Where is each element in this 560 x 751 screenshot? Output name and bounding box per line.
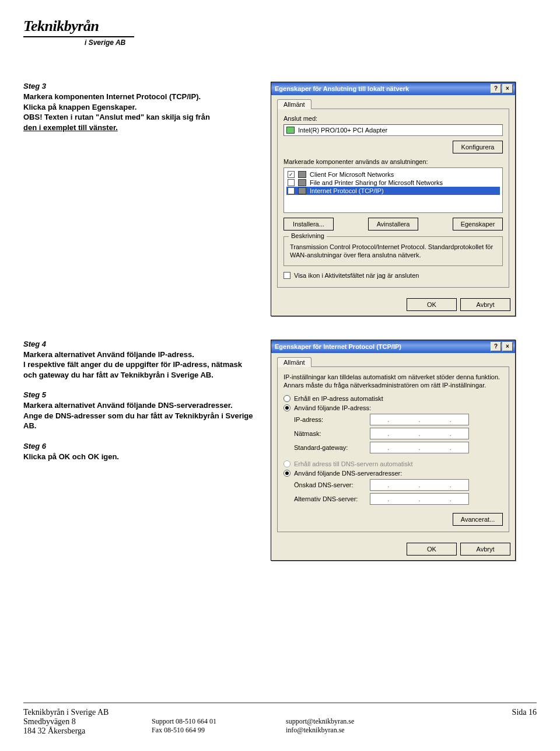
footer-page-number: Sida 16 — [420, 708, 537, 717]
description-groupbox: Beskrivning Transmission Control Protoco… — [284, 236, 503, 266]
step-3-line4: den i exemplet till vänster. — [23, 123, 257, 133]
footer-addr2: 184 32 Åkersberga — [23, 726, 152, 736]
radio-manual-ip-label: Använd följande IP-adress: — [294, 404, 371, 411]
step-6-title: Steg 6 — [23, 442, 257, 450]
list-item-label: Internet Protocol (TCP/IP) — [310, 187, 384, 194]
dialog2-title: Egenskaper för Internet Protocol (TCP/IP… — [275, 343, 401, 350]
step-5-line1: Markera alternativet Använd följande DNS… — [23, 400, 257, 411]
step-3-title: Steg 3 — [23, 82, 257, 90]
gateway-field[interactable]: ... — [370, 442, 469, 453]
tcpip-intro: IP-inställningar kan tilldelas automatis… — [284, 373, 503, 390]
step-3-line3: OBS! Texten i rutan "Anslut med" kan ski… — [23, 112, 257, 123]
service-icon — [298, 179, 306, 186]
cancel-button[interactable]: Avbryt — [460, 543, 510, 556]
cancel-button[interactable]: Avbryt — [460, 298, 510, 311]
gateway-label: Standard-gateway: — [294, 444, 370, 451]
uninstall-button[interactable]: Avinstallera — [368, 218, 418, 230]
step-3-line2: Klicka på knappen Egenskaper. — [23, 102, 257, 113]
footer-email2: info@teknikbyran.se — [286, 726, 420, 735]
list-item-label: File and Printer Sharing for Microsoft N… — [310, 179, 443, 186]
connect-with-label: Anslut med: — [284, 115, 503, 122]
lan-properties-dialog: Egenskaper för Anslutning till lokalt nä… — [271, 82, 516, 316]
list-item-label: Client For Microsoft Networks — [310, 171, 394, 178]
footer-fax: Fax 08-510 664 99 — [152, 726, 286, 735]
tab-general[interactable]: Allmänt — [277, 99, 312, 109]
step-4-line1: Markera alternativet Använd följande IP-… — [23, 350, 257, 360]
footer-company: Teknikbyrån i Sverige AB — [23, 708, 152, 717]
dialog1-titlebar[interactable]: Egenskaper för Anslutning till lokalt nä… — [271, 82, 515, 95]
footer-support: Support 08-510 664 01 — [152, 717, 286, 726]
logo-subtext: i Sverige AB — [23, 39, 537, 47]
service-icon — [298, 187, 306, 194]
checkbox-icon[interactable]: ✓ — [288, 171, 295, 178]
step-5: Steg 5 Markera alternativet Använd följa… — [23, 390, 257, 431]
description-title: Beskrivning — [289, 232, 327, 239]
radio-manual-dns-label: Använd följande DNS-serveradresser: — [294, 470, 402, 477]
show-icon-checkbox[interactable] — [284, 272, 290, 279]
tab-general[interactable]: Allmänt — [277, 357, 312, 367]
radio-manual-dns[interactable] — [284, 470, 290, 477]
install-button[interactable]: Installera... — [284, 218, 334, 230]
logo-text: Teknikbyrån — [23, 18, 537, 35]
help-button[interactable]: ? — [491, 342, 501, 351]
step-5-title: Steg 5 — [23, 390, 257, 399]
logo-divider — [23, 36, 134, 37]
footer-divider — [23, 703, 537, 703]
netmask-label: Nätmask: — [294, 430, 370, 437]
checkbox-icon[interactable]: ✓ — [288, 187, 295, 194]
advanced-button[interactable]: Avancerat... — [453, 513, 503, 526]
description-text: Transmission Control Protocol/Internet P… — [290, 243, 496, 260]
netmask-field[interactable]: ... — [370, 428, 469, 439]
preferred-dns-field[interactable]: ... — [370, 479, 469, 491]
radio-manual-ip[interactable] — [284, 404, 290, 411]
adapter-name: Intel(R) PRO/100+ PCI Adapter — [298, 127, 387, 134]
step-4-line2: I respektive fält anger du de uppgifter … — [23, 359, 257, 380]
footer-email1: support@teknikbyran.se — [286, 717, 420, 726]
ip-address-field[interactable]: ... — [370, 414, 469, 425]
step-5-line2: Ange de DNS-adresser som du har fått av … — [23, 411, 257, 431]
components-label: Markerade komponenter används av anslutn… — [284, 158, 503, 165]
step-3-line1: Markera komponenten Internet Protocol (T… — [23, 92, 257, 102]
service-icon — [298, 171, 306, 178]
alt-dns-field[interactable]: ... — [370, 493, 469, 505]
radio-auto-dns — [284, 460, 290, 467]
show-icon-label: Visa ikon i Aktivitetsfältet när jag är … — [294, 272, 419, 279]
ok-button[interactable]: OK — [407, 543, 457, 556]
radio-auto-ip[interactable] — [284, 395, 290, 402]
components-listbox[interactable]: ✓ Client For Microsoft Networks File and… — [284, 167, 503, 213]
list-item[interactable]: File and Printer Sharing for Microsoft N… — [286, 179, 500, 187]
preferred-dns-label: Önskad DNS-server: — [294, 481, 370, 488]
help-button[interactable]: ? — [491, 84, 501, 93]
step-4: Steg 4 Markera alternativet Använd följa… — [23, 340, 257, 380]
dialog2-titlebar[interactable]: Egenskaper för Internet Protocol (TCP/IP… — [271, 340, 515, 353]
step-4-title: Steg 4 — [23, 340, 257, 348]
list-item-selected[interactable]: ✓ Internet Protocol (TCP/IP) — [286, 187, 500, 195]
step-6-line1: Klicka på OK och OK igen. — [23, 452, 257, 462]
configure-button[interactable]: Konfigurera — [453, 141, 503, 153]
page-footer: Teknikbyrån i Sverige AB Smedbyvägen 8 1… — [23, 703, 537, 736]
step-3: Steg 3 Markera komponenten Internet Prot… — [23, 82, 257, 132]
step-6: Steg 6 Klicka på OK och OK igen. — [23, 442, 257, 462]
ok-button[interactable]: OK — [407, 298, 457, 311]
list-item[interactable]: ✓ Client For Microsoft Networks — [286, 170, 500, 179]
tcpip-properties-dialog: Egenskaper för Internet Protocol (TCP/IP… — [271, 340, 516, 561]
ip-address-label: IP-adress: — [294, 416, 370, 423]
alt-dns-label: Alternativ DNS-server: — [294, 495, 370, 502]
nic-icon — [286, 127, 295, 134]
logo: Teknikbyrån i Sverige AB — [23, 18, 537, 47]
footer-addr1: Smedbyvägen 8 — [23, 717, 152, 726]
checkbox-icon[interactable] — [288, 179, 295, 186]
adapter-field: Intel(R) PRO/100+ PCI Adapter — [284, 124, 503, 136]
radio-auto-dns-label: Erhåll adress till DNS-servern automatis… — [294, 460, 413, 467]
close-button[interactable]: × — [502, 84, 513, 93]
close-button[interactable]: × — [502, 342, 513, 351]
dialog1-title: Egenskaper för Anslutning till lokalt nä… — [275, 85, 409, 92]
properties-button[interactable]: Egenskaper — [453, 218, 503, 230]
radio-auto-ip-label: Erhåll en IP-adress automatiskt — [294, 395, 383, 402]
